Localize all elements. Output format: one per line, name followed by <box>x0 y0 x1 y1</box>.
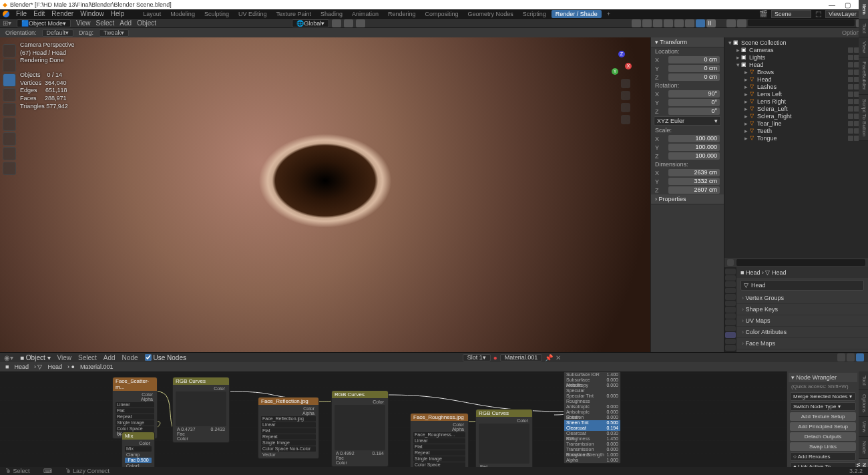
ws-shading[interactable]: Shading <box>316 10 347 18</box>
scl-y[interactable]: 100.000 <box>668 144 720 151</box>
outliner-item[interactable]: ▸▽Tongue <box>726 134 867 142</box>
camera-icon[interactable] <box>621 103 630 112</box>
rot-y[interactable]: 0° <box>668 99 720 106</box>
pt-render-icon[interactable] <box>725 269 736 275</box>
nvt-tool[interactable]: Tool <box>859 371 868 390</box>
outliner-item[interactable]: ▸▽Teeth <box>726 127 867 134</box>
ws-comp[interactable]: Compositing <box>421 10 463 18</box>
props-panel[interactable]: Color Attributes <box>736 327 868 338</box>
drag-mode[interactable]: Tweak ▾ <box>99 29 129 37</box>
nvt-view[interactable]: View <box>859 417 868 437</box>
pt-output-icon[interactable] <box>725 275 736 281</box>
loc-y[interactable]: 0 cm <box>668 65 720 72</box>
ne-node[interactable]: Node <box>122 354 138 361</box>
pt-object-icon[interactable] <box>725 301 736 307</box>
outliner-editor-icon[interactable] <box>726 19 736 27</box>
outliner-item[interactable]: ▸▣Lights <box>726 53 867 61</box>
props-panel[interactable]: Shape Keys <box>736 304 868 315</box>
outliner-item[interactable]: ▸▽Sclera_Right <box>726 112 867 120</box>
tool-move-icon[interactable] <box>3 73 16 87</box>
persp-icon[interactable] <box>621 115 630 124</box>
dim-y[interactable]: 3332 cm <box>668 178 720 185</box>
nw-switch[interactable]: Switch Node Type ▾ <box>790 402 856 411</box>
ne-overlay-icon[interactable] <box>847 353 855 361</box>
vp-menu-view[interactable]: View <box>76 19 91 27</box>
shading-rendered-icon[interactable] <box>696 19 705 27</box>
menu-file[interactable]: File <box>16 10 27 17</box>
outliner-item[interactable]: ▸▽Brows <box>726 68 867 75</box>
node-graph[interactable]: Face_Scatter-m... Color Alpha Linear Fla… <box>0 371 787 467</box>
outliner-item[interactable]: ▸▣Cameras <box>726 46 867 53</box>
nw-header[interactable]: ▾ Node Wrangler <box>789 373 857 382</box>
dim-z[interactable]: 2607 cm <box>668 186 720 194</box>
props-panel[interactable]: Face Maps <box>736 338 868 349</box>
orientation-global[interactable]: 🌐 Global ▾ <box>292 19 329 27</box>
pause-icon[interactable]: ⏸ <box>706 19 716 27</box>
node-image-roughness[interactable]: Face_Roughness.jpg Color Alpha Face_Roug… <box>410 413 469 467</box>
close-slot-icon[interactable]: ✕ <box>556 354 561 361</box>
tool-addcube-icon[interactable] <box>3 162 16 175</box>
ne-backdrop-icon[interactable] <box>856 353 864 361</box>
scl-z[interactable]: 100.000 <box>668 152 720 160</box>
panel-properties[interactable]: › Properties <box>651 194 724 204</box>
ws-rendershade[interactable]: Render / Shade <box>552 10 602 18</box>
ws-sculpting[interactable]: Sculpting <box>200 10 233 18</box>
window-max-icon[interactable]: ▢ <box>845 1 851 9</box>
pan-icon[interactable] <box>621 91 630 100</box>
pt-scene-icon[interactable] <box>725 288 736 294</box>
nav-gizmo[interactable]: X Y Z <box>606 48 636 77</box>
vp-menu-add[interactable]: Add <box>120 19 132 27</box>
rot-x[interactable]: 90° <box>668 90 720 98</box>
ws-script[interactable]: Scripting <box>519 10 550 18</box>
tab-view[interactable]: View <box>859 37 868 57</box>
outliner[interactable]: ▾▣Scene Collection ▸▣Cameras▸▣Lights▾▣He… <box>724 37 868 258</box>
nw-linkactive[interactable]: ● Link Active To Selected ▾ <box>790 462 856 467</box>
node-rgbcurves-2[interactable]: RGB Curves Color A 0.49920.184 Fac Color <box>331 390 389 467</box>
tool-measure-icon[interactable] <box>3 147 16 160</box>
tab-item[interactable]: Item <box>859 0 868 19</box>
rot-mode[interactable]: XYZ Euler▾ <box>654 116 721 126</box>
panel-transform[interactable]: ▾ Transform <box>651 37 724 47</box>
pt-constraint-icon[interactable] <box>725 326 736 332</box>
outliner-item[interactable]: ▸▽Lens Right <box>726 98 867 105</box>
pin-icon[interactable]: 📌 <box>545 354 553 361</box>
nvt-options[interactable]: Options <box>859 390 868 418</box>
node-image-scatter[interactable]: Face_Scatter-m... Color Alpha Linear Fla… <box>112 377 158 439</box>
props-editor-icon[interactable] <box>727 259 734 266</box>
node-rgbcurves-1[interactable]: RGB Curves Color A 0.47370.2433 Fac Colo… <box>172 377 230 443</box>
menu-help[interactable]: Help <box>111 10 125 17</box>
propedit-icon[interactable] <box>356 19 365 27</box>
pt-data-icon[interactable] <box>725 332 736 338</box>
use-nodes-checkbox[interactable]: Use Nodes <box>145 354 186 361</box>
outliner-item[interactable]: ▸▽Tear_line <box>726 120 867 127</box>
tool-scale-icon[interactable] <box>3 103 16 116</box>
ne-select[interactable]: Select <box>78 354 97 361</box>
menu-render[interactable]: Render <box>51 10 73 17</box>
nw-swap[interactable]: Swap Links <box>790 442 856 451</box>
ws-add[interactable]: + <box>603 10 614 18</box>
dim-x[interactable]: 2639 cm <box>668 169 720 176</box>
viewport-3d[interactable]: Camera Perspective (67) Head / Head Rend… <box>0 37 650 352</box>
pt-world-icon[interactable] <box>725 294 736 300</box>
tool-rotate-icon[interactable] <box>3 88 16 102</box>
ne-snap-icon[interactable] <box>837 353 845 361</box>
tab-facebuilder[interactable]: FaceBuilder <box>859 57 868 95</box>
nvt-node[interactable]: Node <box>859 437 868 458</box>
pt-modifier-icon[interactable] <box>725 307 736 313</box>
vp-menu-object[interactable]: Object <box>137 19 156 27</box>
tab-script[interactable]: Script To Button <box>859 95 868 141</box>
tab-tool[interactable]: Tool <box>859 19 868 38</box>
props-search[interactable] <box>736 259 865 266</box>
props-panel[interactable]: Vertex Groups <box>736 293 868 304</box>
window-min-icon[interactable]: — <box>829 1 835 9</box>
loc-z[interactable]: 0 cm <box>668 73 720 81</box>
zoom-icon[interactable] <box>621 79 630 88</box>
node-type-sel[interactable]: ■ Object ▾ <box>20 354 51 361</box>
pivot-icon[interactable] <box>332 19 341 27</box>
mode-selector[interactable]: 🟦 Object Mode ▾ <box>17 19 71 27</box>
tool-transform-icon[interactable] <box>3 118 16 131</box>
ws-layout[interactable]: Layout <box>139 10 165 18</box>
loc-x[interactable]: 0 cm <box>668 56 720 63</box>
material-selector[interactable]: Material.001 <box>500 354 543 361</box>
tool-select-icon[interactable] <box>3 44 16 57</box>
